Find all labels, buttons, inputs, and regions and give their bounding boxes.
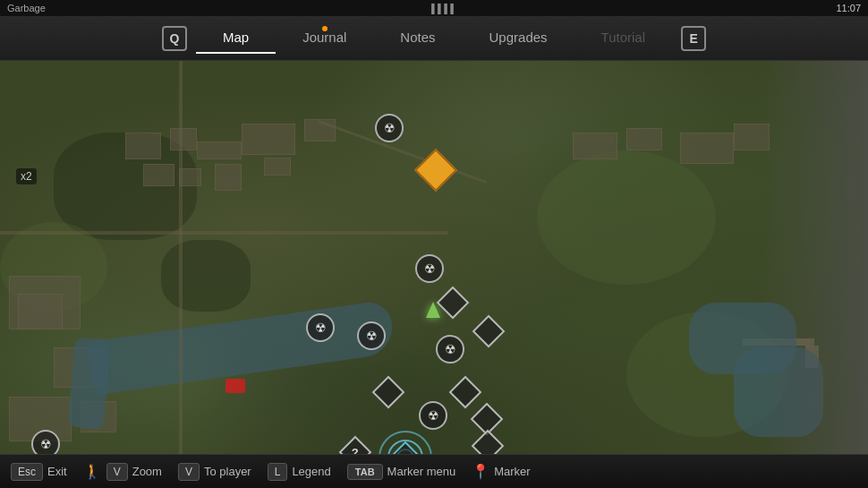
zoom-key[interactable]: V xyxy=(106,463,128,481)
building xyxy=(215,164,242,191)
lake-right-2 xyxy=(734,347,823,437)
building xyxy=(573,133,617,159)
nav-tabs: Map Journal Notes Upgrades Tutorial xyxy=(196,22,672,54)
building xyxy=(197,141,242,159)
marker-menu-key[interactable]: TAB xyxy=(347,464,383,480)
building xyxy=(170,128,197,150)
journal-notification-dot xyxy=(322,26,328,31)
map-marker-rad-left1[interactable]: ☢ xyxy=(306,313,335,342)
player-label: To player xyxy=(204,465,251,478)
legend-label: Legend xyxy=(292,465,330,478)
map-marker-warn-1[interactable] xyxy=(421,155,451,185)
bottom-bar: Esc Exit 🚶 V Zoom V To player L Legend T… xyxy=(0,454,868,488)
building xyxy=(626,128,662,150)
building xyxy=(264,158,291,176)
marker-label: Marker xyxy=(494,465,530,478)
building xyxy=(680,133,734,164)
player-key[interactable]: V xyxy=(178,463,200,481)
map-marker-player[interactable] xyxy=(426,302,440,318)
tab-tutorial[interactable]: Tutorial xyxy=(574,22,672,54)
map-marker-red-1[interactable] xyxy=(226,379,245,393)
road-h xyxy=(0,231,447,235)
map-marker-dia-3[interactable] xyxy=(377,381,400,404)
person-icon: 🚶 xyxy=(83,463,101,480)
map-area[interactable]: x2 ☢☢☢☢☢☢?◈☢☢☢☢☢☢ xyxy=(0,61,868,488)
map-marker-dia-4[interactable] xyxy=(454,381,477,404)
building xyxy=(125,133,161,159)
map-marker-dia-1[interactable] xyxy=(441,291,464,314)
map-marker-rad-mid3[interactable]: ☢ xyxy=(419,401,447,430)
road-v xyxy=(179,61,183,488)
nav-bar: Q Map Journal Notes Upgrades Tutorial E xyxy=(0,16,868,61)
zoom-indicator: x2 xyxy=(16,168,37,184)
tab-journal[interactable]: Journal xyxy=(276,22,373,54)
tab-upgrades[interactable]: Upgrades xyxy=(463,22,574,54)
right-key-box[interactable]: E xyxy=(681,26,706,51)
tab-map[interactable]: Map xyxy=(196,22,276,54)
zoom-label: Zoom xyxy=(132,465,162,478)
building xyxy=(18,294,63,330)
esc-key[interactable]: Esc xyxy=(11,463,43,481)
building xyxy=(143,164,174,186)
map-marker-rad-top[interactable]: ☢ xyxy=(375,114,404,142)
map-marker-rad-left2[interactable]: ☢ xyxy=(357,321,386,350)
legend-key[interactable]: L xyxy=(268,463,288,481)
building xyxy=(242,124,295,155)
left-key-box[interactable]: Q xyxy=(162,26,187,51)
top-bar: Garbage ▐▐▐▐ 11:07 xyxy=(0,0,868,16)
top-bar-left: Garbage xyxy=(7,3,46,13)
map-marker-rad-mid2[interactable]: ☢ xyxy=(436,335,464,364)
marker-menu-label: Marker menu xyxy=(387,465,456,478)
map-marker-dia-2[interactable] xyxy=(477,320,500,343)
exit-label: Exit xyxy=(47,465,67,478)
top-bar-time: 11:07 xyxy=(836,3,861,13)
terrain-detail xyxy=(161,240,251,312)
building xyxy=(734,124,770,150)
marker-pin-icon: 📍 xyxy=(472,463,489,480)
map-marker-dia-5[interactable] xyxy=(475,407,498,431)
tab-notes[interactable]: Notes xyxy=(373,22,462,54)
map-marker-rad-mid1[interactable]: ☢ xyxy=(415,254,444,283)
terrain-detail xyxy=(537,150,716,285)
